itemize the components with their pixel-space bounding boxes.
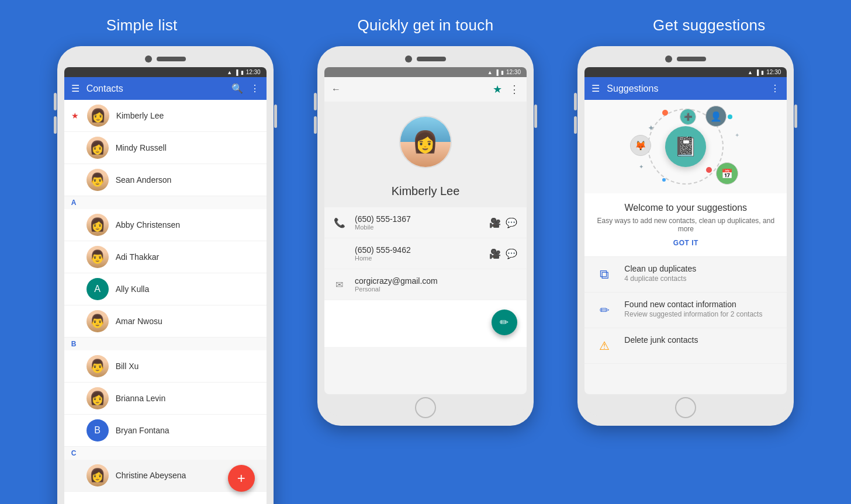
- list-item[interactable]: 👩 Brianna Levin: [64, 383, 267, 415]
- section-letter-b: B: [64, 338, 267, 350]
- fab-add-contact[interactable]: +: [228, 465, 255, 492]
- more-icon-3[interactable]: ⋮: [770, 83, 780, 94]
- suggestion-item-junk[interactable]: ⚠ Delete junk contacts: [584, 328, 787, 364]
- star-icon: ★: [71, 111, 79, 120]
- welcome-desc: Easy ways to add new contacts, clean up …: [594, 217, 777, 233]
- menu-icon-3[interactable]: ☰: [591, 83, 600, 94]
- avatar: 👨: [87, 169, 109, 191]
- phone-top-bar: [64, 55, 267, 62]
- suggestion-new-info-desc: Review suggested information for 2 conta…: [624, 310, 762, 318]
- phone1-screen: ▲ ▐ ▮ 12:30 ☰ Contacts 🔍 ⋮: [64, 67, 267, 504]
- contact-name: Kimberly Lee: [116, 111, 164, 120]
- headings-row: Simple list Quickly get in touch Get sug…: [0, 0, 851, 46]
- list-item[interactable]: ★ 👩 Kimberly Lee: [64, 100, 267, 132]
- edit-icon: ✏: [500, 316, 508, 329]
- notebook-icon: 📓: [674, 135, 697, 158]
- avatar-face: 👩: [87, 105, 109, 127]
- sparkle-1: ✦: [648, 123, 655, 133]
- sms-icon-2[interactable]: 💬: [506, 248, 517, 259]
- contact-name: Brianna Levin: [116, 394, 166, 403]
- calendar-icon: 📅: [716, 162, 738, 185]
- welcome-title: Welcome to your suggestions: [594, 203, 777, 213]
- video-call-icon-2[interactable]: 🎥: [489, 248, 501, 259]
- heading-phone3: Get suggestions: [569, 16, 849, 34]
- vol-btn-3: [314, 93, 317, 110]
- video-call-icon[interactable]: 🎥: [489, 217, 501, 228]
- more-icon[interactable]: ⋮: [250, 83, 260, 94]
- email-row[interactable]: ✉ corgicrazy@gmail.com Personal: [324, 269, 527, 300]
- section-letter-a: A: [64, 196, 267, 209]
- avatar-face: 👨: [87, 169, 109, 191]
- contact-photo-area: 👩: [324, 102, 527, 178]
- star-favorite-icon[interactable]: ★: [493, 83, 502, 96]
- home-area-3: [584, 399, 787, 416]
- list-item[interactable]: 👨 Amar Nwosu: [64, 305, 267, 338]
- list-item[interactable]: 👨 Sean Anderson: [64, 164, 267, 196]
- status-icons-1: ▲ ▐ ▮ 12:30: [227, 69, 260, 75]
- avatar-face: 👩: [87, 137, 109, 159]
- person-icon: 👤: [705, 106, 727, 127]
- front-camera: [145, 55, 152, 62]
- list-item[interactable]: 👩 Mindy Russell: [64, 132, 267, 164]
- home-button-2[interactable]: [415, 397, 436, 418]
- home-button-3[interactable]: [675, 397, 696, 418]
- contact-detail-header: ← ★ ⋮: [324, 77, 527, 102]
- contact-detail-name: Kimberly Lee: [324, 178, 527, 207]
- signal-icon-3: ▐: [755, 69, 759, 75]
- avatar: 👨: [87, 246, 109, 268]
- phone-mobile-label: Mobile: [355, 224, 480, 231]
- avatar: 👨: [87, 355, 109, 377]
- list-item[interactable]: B Bryan Fontana: [64, 415, 267, 447]
- app-title-1: Contacts: [87, 84, 224, 94]
- heading-phone2: Quickly get in touch: [285, 16, 566, 34]
- phone-home-content: (650) 555-9462 Home: [355, 245, 480, 262]
- back-icon[interactable]: ←: [331, 84, 341, 95]
- phone-mobile-actions: 🎥 💬: [489, 217, 517, 228]
- dot-blue: [662, 178, 666, 182]
- list-item[interactable]: 👩 Abby Christensen: [64, 209, 267, 241]
- vol-btn-2: [54, 116, 57, 134]
- list-item[interactable]: A Ally Kulla: [64, 273, 267, 305]
- status-icons-2: ▲ ▐ ▮ 12:30: [487, 69, 521, 75]
- contact-name: Abby Christensen: [116, 220, 181, 230]
- sms-icon[interactable]: 💬: [506, 217, 517, 228]
- contact-name: Adi Thakkar: [116, 252, 159, 262]
- phone-mobile-row[interactable]: 📞 (650) 555-1367 Mobile 🎥 💬: [324, 207, 527, 238]
- edit-fab[interactable]: ✏: [492, 310, 517, 335]
- contact-list-1: ★ 👩 Kimberly Lee 👩 Mindy Russell: [64, 100, 267, 447]
- sparkle-3: ✦: [735, 132, 739, 138]
- app-bar-1: ☰ Contacts 🔍 ⋮: [64, 77, 267, 100]
- email-value: corgicrazy@gmail.com: [355, 276, 517, 286]
- phone-home-label: Home: [355, 255, 480, 262]
- status-time-3: 12:30: [766, 69, 781, 75]
- speaker: [157, 57, 186, 61]
- contact-name: Christine Abeysena: [116, 471, 186, 480]
- got-it-button[interactable]: GOT IT: [594, 239, 777, 247]
- phone-top-bar-2: [324, 55, 527, 62]
- search-icon[interactable]: 🔍: [231, 83, 243, 94]
- phone-home-actions: 🎥 💬: [489, 248, 517, 259]
- suggestion-item-new-info[interactable]: ✏ Found new contact information Review s…: [584, 293, 787, 328]
- phones-row: ▲ ▐ ▮ 12:30 ☰ Contacts 🔍 ⋮: [0, 46, 851, 504]
- avatar-face: 👩: [87, 387, 109, 409]
- list-item[interactable]: 👨 Adi Thakkar: [64, 241, 267, 273]
- suggestion-welcome-card: Welcome to your suggestions Easy ways to…: [584, 193, 787, 257]
- more-options-icon[interactable]: ⋮: [509, 83, 520, 96]
- suggestion-new-info-title: Found new contact information: [624, 300, 762, 309]
- email-content: corgicrazy@gmail.com Personal: [355, 276, 517, 293]
- contact-name: Amar Nwosu: [116, 317, 162, 326]
- vol-btn-4: [314, 116, 317, 134]
- menu-icon[interactable]: ☰: [71, 83, 79, 94]
- contact-name: Sean Anderson: [116, 175, 172, 185]
- phone-home-row[interactable]: 📞 (650) 555-9462 Home 🎥 💬: [324, 238, 527, 269]
- illus-container: 📓 🦊 👤 ➕ 📅: [627, 103, 744, 190]
- duplicate-icon: ⧉: [594, 264, 615, 285]
- battery-icon-3: ▮: [761, 69, 764, 75]
- avatar: B: [87, 419, 109, 442]
- vol-btn-5: [574, 93, 577, 110]
- phone2-screen: ▲ ▐ ▮ 12:30 ← ★ ⋮ 👩: [324, 67, 527, 394]
- phone-contact-detail: ▲ ▐ ▮ 12:30 ← ★ ⋮ 👩: [317, 46, 534, 426]
- list-item[interactable]: 👨 Bill Xu: [64, 350, 267, 383]
- contact-name: Bill Xu: [116, 362, 139, 371]
- suggestion-item-duplicates[interactable]: ⧉ Clean up duplicates 4 duplicate contac…: [584, 257, 787, 293]
